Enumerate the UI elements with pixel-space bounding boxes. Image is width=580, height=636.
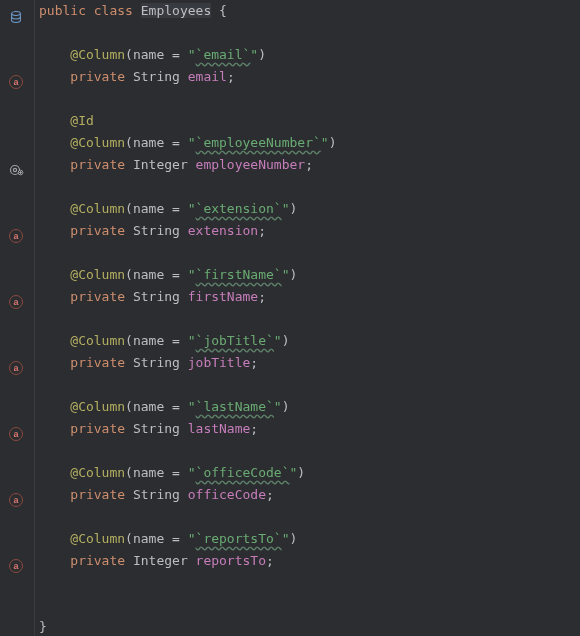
code-line[interactable]: @Column(name = "`extension`") [39,198,576,220]
code-line[interactable]: private String extension; [39,220,576,242]
database-icon[interactable] [8,9,24,25]
code-line[interactable]: @Id [39,110,576,132]
code-line[interactable]: @Column(name = "`lastName`") [39,396,576,418]
code-line[interactable] [39,176,576,198]
code-line[interactable]: @Column(name = "`firstName`") [39,264,576,286]
autowired-icon[interactable]: a [8,558,24,574]
autowired-icon[interactable]: a [8,294,24,310]
code-line[interactable]: private Integer employeeNumber; [39,154,576,176]
code-line[interactable] [39,242,576,264]
code-line[interactable]: private String officeCode; [39,484,576,506]
autowired-icon[interactable]: a [8,74,24,90]
code-line[interactable] [39,308,576,330]
code-line[interactable]: @Column(name = "`jobTitle`") [39,330,576,352]
code-line[interactable]: @Column(name = "`officeCode`") [39,462,576,484]
code-area[interactable]: public class Employees { @Column(name = … [35,0,580,636]
autowired-icon[interactable]: a [8,492,24,508]
editor-gutter: aaaaaaa [0,0,35,636]
code-line[interactable] [39,572,576,594]
code-line[interactable]: @Column(name = "`reportsTo`") [39,528,576,550]
code-line[interactable]: private Integer reportsTo; [39,550,576,572]
code-line[interactable]: @Column(name = "`employeeNumber`") [39,132,576,154]
code-line[interactable]: private String jobTitle; [39,352,576,374]
code-editor[interactable]: aaaaaaa public class Employees { @Column… [0,0,580,636]
svg-point-2 [13,168,16,171]
autowired-icon[interactable]: a [8,228,24,244]
code-line[interactable]: @Column(name = "`email`") [39,44,576,66]
code-line[interactable] [39,22,576,44]
svg-point-0 [12,12,21,16]
autowired-icon[interactable]: a [8,360,24,376]
code-line[interactable]: private String email; [39,66,576,88]
code-line[interactable] [39,440,576,462]
code-line[interactable] [39,506,576,528]
code-line[interactable] [39,88,576,110]
code-line[interactable]: } [39,616,576,636]
autowired-icon[interactable]: a [8,426,24,442]
settings-icon[interactable] [8,162,24,178]
code-line[interactable] [39,594,576,616]
code-line[interactable]: private String lastName; [39,418,576,440]
code-line[interactable]: public class Employees { [39,0,576,22]
code-line[interactable] [39,374,576,396]
code-line[interactable]: private String firstName; [39,286,576,308]
